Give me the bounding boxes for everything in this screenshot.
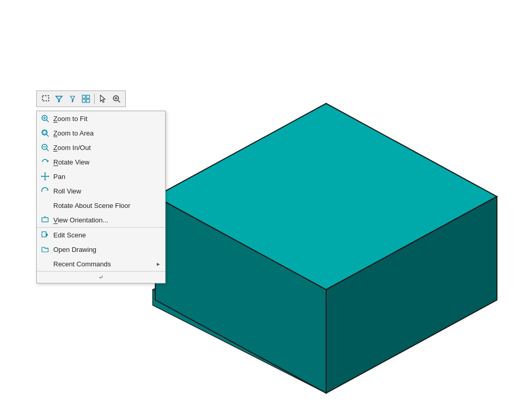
pan-icon <box>40 171 50 182</box>
view-orientation-label: View Orientation... <box>53 216 161 224</box>
edit-scene-label: Edit Scene <box>53 231 161 239</box>
svg-rect-22 <box>42 218 48 222</box>
zoom-to-fit-label: Zoom to Fit <box>53 115 161 123</box>
view-orientation-item[interactable]: View Orientation... <box>37 213 165 228</box>
svg-rect-23 <box>42 232 46 237</box>
svg-rect-6 <box>82 95 85 98</box>
svg-rect-8 <box>82 99 85 102</box>
rotate-floor-item[interactable]: Rotate About Scene Floor <box>37 198 165 213</box>
toolbar <box>36 91 126 107</box>
zoom-fit-icon <box>40 113 50 124</box>
rotate-view-label: Rotate View <box>53 158 161 166</box>
pan-label: Pan <box>53 173 161 181</box>
svg-rect-18 <box>43 131 46 134</box>
filter-btn[interactable] <box>53 93 65 105</box>
svg-rect-7 <box>86 95 90 98</box>
rotate-view-icon <box>40 157 50 167</box>
zoom-to-fit-item[interactable]: Zoom to Fit <box>37 111 165 126</box>
more-items-icon: ⤶ <box>98 274 104 281</box>
open-drawing-icon <box>40 244 50 254</box>
recent-commands-arrow: ► <box>156 261 161 267</box>
zoom-in-out-label: Zoom In/Out <box>53 144 161 152</box>
svg-line-20 <box>47 149 49 151</box>
zoom-to-area-item[interactable]: Zoom to Area <box>37 126 165 140</box>
roll-view-item[interactable]: Roll View <box>37 184 165 198</box>
edit-scene-item[interactable]: Edit Scene <box>37 228 165 242</box>
roll-view-label: Roll View <box>53 187 161 195</box>
recent-commands-label: Recent Commands <box>53 260 153 268</box>
svg-line-17 <box>47 134 49 137</box>
open-drawing-label: Open Drawing <box>53 246 161 253</box>
rotate-view-item[interactable]: Rotate View <box>37 155 165 169</box>
svg-rect-9 <box>86 99 90 102</box>
svg-rect-5 <box>42 96 49 101</box>
zoom-to-area-label: Zoom to Area <box>53 129 161 137</box>
toolbar-separator <box>94 94 95 104</box>
svg-line-15 <box>47 120 49 122</box>
rotate-floor-label: Rotate About Scene Floor <box>53 202 161 209</box>
context-menu: Zoom to Fit Zoom to Area Zoom In/Out <box>36 111 166 283</box>
zoom-cursor-btn[interactable] <box>110 93 123 105</box>
zoom-in-out-item[interactable]: Zoom In/Out <box>37 140 165 155</box>
zoom-area-icon <box>40 128 50 138</box>
open-drawing-item[interactable]: Open Drawing <box>37 242 165 257</box>
select-rect-btn[interactable] <box>39 93 52 105</box>
view-btn[interactable] <box>80 93 92 105</box>
zoom-inout-icon <box>40 142 50 153</box>
cursor-btn[interactable] <box>97 93 109 105</box>
rotate-floor-icon <box>40 200 50 211</box>
menu-footer[interactable]: ⤶ <box>37 271 165 283</box>
svg-line-11 <box>118 100 120 102</box>
pan-item[interactable]: Pan <box>37 169 165 184</box>
roll-view-icon <box>40 186 50 196</box>
recent-commands-item[interactable]: Recent Commands ► <box>37 257 165 271</box>
edit-scene-icon <box>40 230 50 240</box>
recent-commands-icon <box>40 259 50 269</box>
filter-dropdown-btn[interactable] <box>66 93 79 105</box>
view-orient-icon <box>40 215 50 225</box>
